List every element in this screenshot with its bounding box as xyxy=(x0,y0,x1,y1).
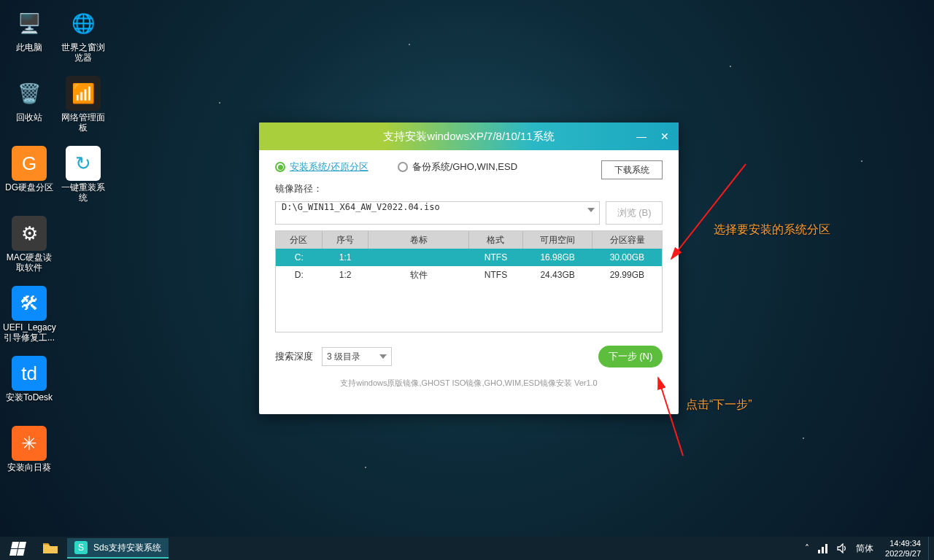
desktop-icon-label: 网络管理面 板 xyxy=(57,112,109,133)
desktop-icon-label: 一键重装系 统 xyxy=(57,182,109,203)
tray-network-icon[interactable] xyxy=(814,537,833,560)
taskbar-app-label: Sds支持安装系统 xyxy=(93,542,161,554)
search-depth-label: 搜索深度 xyxy=(275,350,313,363)
partition-table: 分区序号卷标格式可用空间分区容量 C:1:1NTFS16.98GB30.00GB… xyxy=(275,230,663,332)
image-path-label: 镜像路径： xyxy=(275,182,663,195)
app-icon: S xyxy=(74,541,88,554)
app-icon: 🛠 xyxy=(12,286,47,321)
file-explorer-button[interactable] xyxy=(35,537,66,560)
image-path-dropdown[interactable]: D:\G_WIN11_X64_AW_V2022.04.iso xyxy=(275,201,600,225)
app-icon: G xyxy=(12,146,47,181)
search-depth-select[interactable]: 3 级目录 xyxy=(322,347,392,366)
taskbar-clock[interactable]: 14:49:34 2022/9/27 xyxy=(878,538,928,559)
ime-indicator[interactable]: 简体 xyxy=(852,537,878,560)
install-restore-label: 安装系统/还原分区 xyxy=(290,160,368,174)
cell: 1:1 xyxy=(322,249,368,266)
backup-label: 备份系统/GHO,WIN,ESD xyxy=(412,160,517,174)
partition-row[interactable]: D:1:2软件NTFS24.43GB29.99GB xyxy=(276,266,662,284)
radio-dot-icon xyxy=(398,162,408,172)
desktop-icon-label: 回收站 xyxy=(3,112,55,122)
column-header[interactable]: 可用空间 xyxy=(523,231,593,249)
image-path-value: D:\G_WIN11_X64_AW_V2022.04.iso xyxy=(282,202,440,212)
minimize-button[interactable]: — xyxy=(632,127,651,146)
cell: D: xyxy=(276,266,322,284)
install-restore-radio[interactable]: 安装系统/还原分区 xyxy=(275,160,368,174)
installer-dialog: 支持安装windowsXP/7/8/10/11系统 — ✕ 安装系统/还原分区 … xyxy=(259,122,679,414)
windows-logo-icon xyxy=(9,542,26,556)
radio-dot-icon xyxy=(275,162,285,172)
cell: C: xyxy=(276,249,322,266)
svg-line-0 xyxy=(671,164,746,259)
window-title: 支持安装windowsXP/7/8/10/11系统 xyxy=(383,130,554,144)
app-icon: ⚙ xyxy=(12,216,47,251)
search-depth-value: 3 级目录 xyxy=(327,351,360,363)
desktop-icon-label: 世界之窗浏 览器 xyxy=(57,42,109,63)
next-button[interactable]: 下一步 (N) xyxy=(598,346,663,368)
desktop-icon-label: MAC硬盘读 取软件 xyxy=(3,252,55,273)
desktop-icon[interactable]: td安装ToDesk xyxy=(3,356,55,402)
start-button[interactable] xyxy=(0,537,35,560)
app-icon: 🌐 xyxy=(66,6,101,41)
desktop-icons: 🖥️此电脑🌐世界之窗浏 览器🗑️回收站📶网络管理面 板GDG硬盘分区↻一键重装系… xyxy=(3,6,120,516)
desktop-icon[interactable]: ↻一键重装系 统 xyxy=(57,146,109,203)
desktop-icon[interactable]: 📶网络管理面 板 xyxy=(57,76,109,133)
column-header[interactable]: 序号 xyxy=(322,231,368,249)
desktop-icon-label: 此电脑 xyxy=(3,42,55,52)
svg-rect-4 xyxy=(825,544,827,553)
chevron-down-icon xyxy=(587,208,595,212)
desktop-icon[interactable]: 🖥️此电脑 xyxy=(3,6,55,52)
cell: 30.00GB xyxy=(593,249,662,266)
desktop-icon[interactable]: ⚙MAC硬盘读 取软件 xyxy=(3,216,55,273)
close-button[interactable]: ✕ xyxy=(655,127,674,146)
column-header[interactable]: 卷标 xyxy=(368,231,469,249)
cell: 29.99GB xyxy=(593,266,662,284)
svg-line-1 xyxy=(658,378,683,456)
column-header[interactable]: 分区容量 xyxy=(593,231,662,249)
desktop-icon[interactable]: 🛠UEFI_Legacy 引导修复工... xyxy=(3,286,55,343)
desktop-icon[interactable]: 🗑️回收站 xyxy=(3,76,55,122)
tray-chevron-up-icon[interactable]: ˄ xyxy=(800,537,814,560)
desktop-icon-label: 安装向日葵 xyxy=(3,462,55,472)
app-icon: 📶 xyxy=(66,76,101,111)
app-icon: 🖥️ xyxy=(12,6,47,41)
taskbar: S Sds支持安装系统 ˄ 简体 14:49:34 2022/9/27 xyxy=(0,537,934,560)
footer-note: 支持windows原版镜像,GHOST ISO镜像,GHO,WIM,ESD镜像安… xyxy=(275,378,663,389)
cell: 软件 xyxy=(368,266,469,284)
svg-rect-3 xyxy=(822,547,824,553)
browse-button[interactable]: 浏览 (B) xyxy=(606,201,663,225)
arrow-icon xyxy=(654,372,712,459)
cell: NTFS xyxy=(468,266,522,284)
clock-date: 2022/9/27 xyxy=(885,548,921,559)
app-icon: ✳ xyxy=(12,426,47,461)
desktop-icon[interactable]: ✳安装向日葵 xyxy=(3,426,55,472)
app-icon: 🗑️ xyxy=(12,76,47,111)
cell: 1:2 xyxy=(322,266,368,284)
desktop-icon[interactable]: GDG硬盘分区 xyxy=(3,146,55,192)
app-icon: td xyxy=(12,356,47,391)
download-system-button[interactable]: 下载系统 xyxy=(601,160,663,179)
cell: NTFS xyxy=(468,249,522,266)
desktop-icon-label: DG硬盘分区 xyxy=(3,182,55,192)
desktop-icon-label: UEFI_Legacy 引导修复工... xyxy=(3,322,55,343)
show-desktop-button[interactable] xyxy=(928,537,934,560)
chevron-down-icon xyxy=(379,354,387,359)
backup-radio[interactable]: 备份系统/GHO,WIN,ESD xyxy=(398,160,517,174)
desktop-icon[interactable]: 🌐世界之窗浏 览器 xyxy=(57,6,109,63)
taskbar-app-installer[interactable]: S Sds支持安装系统 xyxy=(67,538,169,559)
clock-time: 14:49:34 xyxy=(885,538,921,548)
cell: 24.43GB xyxy=(523,266,593,284)
desktop-icon-label: 安装ToDesk xyxy=(3,392,55,402)
cell: 16.98GB xyxy=(523,249,593,266)
svg-rect-2 xyxy=(818,550,820,553)
system-tray: ˄ 简体 14:49:34 2022/9/27 xyxy=(800,537,934,560)
column-header[interactable]: 分区 xyxy=(276,231,322,249)
titlebar[interactable]: 支持安装windowsXP/7/8/10/11系统 — ✕ xyxy=(259,122,679,150)
app-icon: ↻ xyxy=(66,146,101,181)
partition-row[interactable]: C:1:1NTFS16.98GB30.00GB xyxy=(276,249,662,266)
column-header[interactable]: 格式 xyxy=(468,231,522,249)
tray-volume-icon[interactable] xyxy=(833,537,852,560)
arrow-icon xyxy=(665,157,753,266)
cell xyxy=(368,249,469,266)
